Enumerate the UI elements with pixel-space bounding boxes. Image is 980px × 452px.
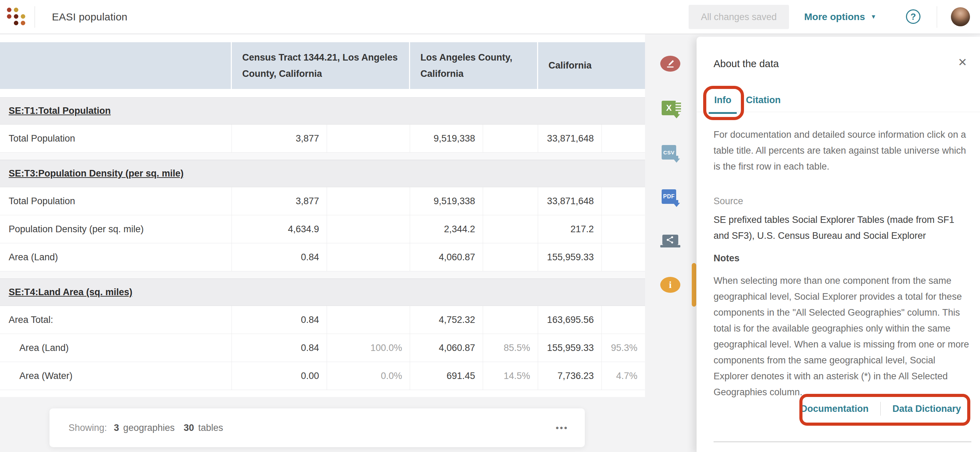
percent-cell (483, 243, 538, 271)
value-cell: 7,736.23 (538, 362, 602, 390)
chevron-down-icon: ▼ (871, 13, 877, 21)
percent-cell (327, 187, 410, 215)
percent-cell (602, 124, 645, 152)
percent-cell (602, 187, 645, 215)
value-cell: 163,695.56 (538, 306, 602, 334)
documentation-link[interactable]: Documentation (800, 404, 869, 414)
user-avatar[interactable] (951, 7, 970, 26)
table-row: Area (Water) 0.00 0.0% 691.45 14.5% 7,73… (0, 362, 645, 390)
value-cell: 155,959.33 (538, 243, 602, 271)
percent-cell: 0.0% (327, 362, 410, 390)
topbar-divider (937, 6, 937, 28)
showing-label: Showing: (68, 423, 107, 433)
table-title-link[interactable]: SE:T1:Total Population (9, 105, 111, 116)
save-status-badge: All changes saved (689, 5, 789, 29)
tabs-divider (697, 112, 980, 112)
value-cell: 691.45 (410, 362, 483, 390)
pencil-icon (660, 56, 680, 72)
question-mark-icon: ? (910, 11, 916, 22)
tab-citation[interactable]: Citation (745, 92, 781, 114)
percent-cell: 14.5% (483, 362, 538, 390)
tables-label: tables (198, 423, 223, 433)
source-text: SE prefixed tables Social Explorer Table… (714, 212, 971, 244)
percent-cell: 4.7% (602, 362, 645, 390)
info-intro-text: For documentation and detailed source in… (714, 127, 971, 174)
logo-dot (7, 14, 11, 19)
row-label: Area (Land) (0, 334, 232, 362)
table-title-link[interactable]: SE:T4:Land Area (sq. miles) (9, 287, 132, 298)
spreadsheet-icon (676, 102, 681, 112)
value-cell: 155,959.33 (538, 334, 602, 362)
tables-count: 30 (184, 423, 194, 433)
value-cell: 3,877 (232, 124, 327, 152)
value-cell: 9,519,338 (410, 187, 483, 215)
panel-tabs: Info Citation (714, 92, 781, 114)
logo-dot (14, 14, 18, 19)
percent-cell (327, 215, 410, 243)
table-row: Area (Land) 0.84 100.0% 4,060.87 85.5% 1… (0, 334, 645, 362)
close-icon[interactable]: ✕ (958, 57, 967, 68)
tab-info[interactable]: Info (714, 92, 732, 114)
percent-cell (327, 306, 410, 334)
value-cell: 33,871,648 (538, 187, 602, 215)
geographies-count: 3 (114, 423, 119, 433)
percent-cell (483, 306, 538, 334)
percent-cell (327, 124, 410, 152)
more-actions-button[interactable]: ••• (556, 408, 568, 447)
pdf-label: PDF (663, 193, 675, 200)
table-row: Area (Land) 0.84 4,060.87 155,959.33 (0, 243, 645, 271)
table-title-link[interactable]: SE:T3:Population Density (per sq. mile) (9, 168, 184, 179)
data-dictionary-link[interactable]: Data Dictionary (892, 404, 961, 414)
excel-x-glyph: X (666, 103, 672, 113)
csv-label: CSV (663, 150, 675, 155)
info-button[interactable]: i (660, 277, 680, 293)
csv-download-button[interactable]: CSV (662, 145, 676, 159)
help-button[interactable]: ? (906, 10, 921, 24)
download-arrow-icon (673, 159, 680, 163)
value-cell: 4,752.32 (410, 306, 483, 334)
app-logo-icon[interactable] (7, 8, 29, 25)
about-the-data-panel: About the data ✕ Info Citation For docum… (697, 37, 980, 452)
row-label: Area (Water) (0, 362, 232, 390)
geo-column-header: Census Tract 1344.21, Los Angeles County… (232, 42, 410, 89)
table-section-header: SE:T4:Land Area (sq. miles) (0, 279, 645, 306)
info-i-glyph: i (669, 279, 672, 290)
value-cell: 4,634.9 (232, 215, 327, 243)
notes-label: Notes (714, 253, 740, 264)
value-cell: 4,060.87 (410, 243, 483, 271)
logo-dot (7, 8, 11, 12)
ellipsis-icon: ••• (556, 423, 568, 433)
table-row: Population Density (per sq. mile) 4,634.… (0, 215, 645, 243)
row-label: Total Population (0, 187, 232, 215)
document-title: EASI population (52, 0, 127, 33)
csv-download-icon: CSV (662, 145, 676, 159)
section-gap (0, 153, 645, 160)
active-tool-indicator (692, 263, 696, 307)
percent-cell (602, 243, 645, 271)
share-laptop-icon (662, 235, 678, 245)
pdf-download-button[interactable]: PDF (662, 189, 676, 204)
percent-cell (602, 215, 645, 243)
data-table: Census Tract 1344.21, Los Angeles County… (0, 34, 645, 397)
share-button[interactable] (662, 235, 678, 245)
geographies-label: geographies (123, 423, 175, 433)
value-cell: 9,519,338 (410, 124, 483, 152)
percent-cell: 85.5% (483, 334, 538, 362)
links-divider (880, 402, 881, 415)
logo-dot (14, 21, 18, 25)
table-section-header: SE:T3:Population Density (per sq. mile) (0, 160, 645, 187)
excel-download-button[interactable]: X (662, 101, 676, 115)
notes-text: When selecting more than one component f… (714, 273, 971, 400)
value-cell: 217.2 (538, 215, 602, 243)
edit-button[interactable] (660, 56, 680, 72)
excel-download-icon: X (662, 101, 676, 115)
section-gap (0, 271, 645, 279)
panel-bottom-divider (714, 441, 971, 442)
row-label: Population Density (per sq. mile) (0, 215, 232, 243)
more-options-button[interactable]: More options ▼ (804, 0, 877, 33)
percent-cell: 95.3% (602, 334, 645, 362)
row-label: Area Total: (0, 306, 232, 334)
table-header-row: Census Tract 1344.21, Los Angeles County… (0, 42, 645, 89)
value-cell: 0.84 (232, 243, 327, 271)
panel-links: Documentation Data Dictionary (697, 402, 980, 415)
